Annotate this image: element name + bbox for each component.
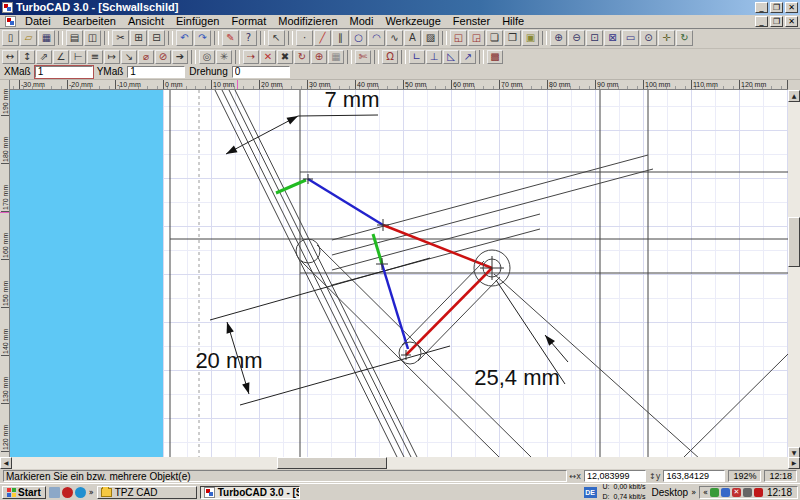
drawing-canvas[interactable]: 7 mm20 mm25,4 mm (10, 90, 788, 459)
redo-button[interactable]: ↷ (194, 30, 211, 46)
dim-horizontal-button[interactable]: ↔ (2, 50, 18, 64)
menu-format[interactable]: Format (225, 14, 272, 28)
bring-front-button[interactable]: ❏ (486, 30, 503, 46)
restore-button[interactable]: ❐ (770, 2, 783, 13)
cut-button[interactable]: ✂ (112, 30, 129, 46)
curve-button[interactable]: ∿ (386, 30, 403, 46)
menu-einfgen[interactable]: Einfügen (170, 14, 225, 28)
menu-datei[interactable]: Datei (19, 14, 57, 28)
tray-display-icon[interactable] (721, 488, 730, 497)
rotate-button[interactable]: ↻ (294, 50, 310, 64)
tray-error-icon[interactable]: ✕ (732, 488, 741, 497)
y-size-input[interactable] (127, 66, 185, 78)
zoom-fullscreen-button[interactable]: ⊠ (604, 30, 621, 46)
close-button[interactable]: ✕ (785, 2, 798, 13)
grid-toggle-button[interactable]: ▦ (328, 50, 344, 64)
minimize-button[interactable]: _ (755, 2, 768, 13)
snap-perpendicular-button[interactable]: ⊥ (426, 50, 442, 64)
context-help-button[interactable]: ? (240, 30, 257, 46)
ungroup-button[interactable]: ◲ (468, 30, 485, 46)
menu-fenster[interactable]: Fenster (447, 14, 496, 28)
horizontal-scrollbar[interactable]: ◀ ▶ (0, 457, 800, 469)
snap-angle-button[interactable]: ◺ (443, 50, 459, 64)
desktop-chevron-icon[interactable]: » (691, 488, 696, 497)
pan-button[interactable]: ✛ (658, 30, 675, 46)
symbol-omega-button[interactable]: Ω (382, 50, 398, 64)
move-button[interactable]: ⇢ (243, 50, 259, 64)
snap-magnetic-button[interactable]: ◎ (199, 50, 215, 64)
zoom-out-button[interactable]: ⊖ (568, 30, 585, 46)
dim-angular-button[interactable]: ∠ (53, 50, 69, 64)
dim-diameter-button[interactable]: ⊘ (155, 50, 171, 64)
scroll-right-icon[interactable]: ▶ (788, 457, 800, 469)
select-button[interactable]: ↖ (268, 30, 285, 46)
trim-button[interactable]: ✄ (355, 50, 371, 64)
hatch-pattern-button[interactable]: ▩ (487, 50, 503, 64)
menu-werkzeuge[interactable]: Werkzeuge (379, 14, 446, 28)
show-desktop-icon[interactable] (49, 487, 60, 498)
arc-button[interactable]: ◠ (368, 30, 385, 46)
child-close-button[interactable]: ✕ (785, 16, 798, 27)
horizontal-ruler[interactable]: -30 mm-20 mm-10 mm0 mm10 mm20 mm30 mm40 … (10, 80, 788, 90)
keyboard-layout-indicator[interactable]: DE (584, 487, 597, 498)
tray-gray-app-icon[interactable] (743, 488, 752, 497)
menu-modifizieren[interactable]: Modifizieren (272, 14, 343, 28)
tray-shield-icon[interactable] (754, 488, 763, 497)
quicklaunch-overflow-icon[interactable]: » (89, 488, 94, 497)
zoom-window-button[interactable]: ⊡ (586, 30, 603, 46)
point-button[interactable]: · (296, 30, 313, 46)
dim-datum-button[interactable]: ⊢ (70, 50, 86, 64)
vertical-scroll-thumb[interactable] (788, 217, 800, 267)
insert-object-button[interactable]: ▣ (522, 30, 539, 46)
zoom-selection-button[interactable]: ⊙ (640, 30, 657, 46)
vertical-scrollbar[interactable]: ▲ ▼ (788, 90, 800, 459)
dim-arrow-button[interactable]: ➔ (172, 50, 188, 64)
child-minimize-button[interactable]: _ (755, 16, 768, 27)
scroll-up-icon[interactable]: ▲ (788, 90, 800, 102)
snap-tangent-button[interactable]: ↗ (460, 50, 476, 64)
red-app-icon[interactable] (62, 487, 73, 498)
snap-grid-button[interactable]: ✳ (216, 50, 232, 64)
send-back-button[interactable]: ❐ (504, 30, 521, 46)
horizontal-scroll-thumb[interactable] (277, 457, 387, 469)
text-button[interactable]: A (404, 30, 421, 46)
copy-button[interactable]: ⊞ (130, 30, 147, 46)
blue-app-icon[interactable] (75, 487, 86, 498)
menu-bearbeiten[interactable]: Bearbeiten (57, 14, 122, 28)
vertical-ruler[interactable]: 190 mm180 mm170 mm160 mm150 mm140 mm130 … (0, 80, 10, 459)
format-painter-button[interactable]: ✎ (222, 30, 239, 46)
desktop-toolbar-label[interactable]: Desktop (651, 487, 688, 498)
print-preview-button[interactable]: ◫ (84, 30, 101, 46)
center-snap-button[interactable]: ⊕ (311, 50, 327, 64)
node-edit-button[interactable]: ✕ (260, 50, 276, 64)
ortho-button[interactable]: ∟ (409, 50, 425, 64)
menu-hilfe[interactable]: Hilfe (496, 14, 530, 28)
dim-continue-button[interactable]: ↦ (104, 50, 120, 64)
open-button[interactable]: ▱ (20, 30, 37, 46)
group-button[interactable]: ◱ (450, 30, 467, 46)
menu-modi[interactable]: Modi (344, 14, 380, 28)
zoom-in-button[interactable]: ⊕ (550, 30, 567, 46)
hatch-button[interactable]: ▨ (422, 30, 439, 46)
tray-collapse-icon[interactable]: « (703, 488, 708, 497)
rotation-input[interactable] (232, 66, 290, 78)
scroll-left-icon[interactable]: ◀ (0, 457, 12, 469)
menu-ansicht[interactable]: Ansicht (122, 14, 170, 28)
delete-button[interactable]: ✖ (277, 50, 293, 64)
dim-leader-button[interactable]: ↘ (121, 50, 137, 64)
tray-green-app-icon[interactable] (710, 488, 719, 497)
start-button[interactable]: Start (2, 486, 46, 499)
redraw-button[interactable]: ↻ (676, 30, 693, 46)
dim-radius-button[interactable]: ⌀ (138, 50, 154, 64)
child-restore-button[interactable]: ❐ (770, 16, 783, 27)
parallel-button[interactable]: ∥ (332, 30, 349, 46)
dim-parallel-button[interactable]: ⇗ (36, 50, 52, 64)
new-button[interactable]: ▯ (2, 30, 19, 46)
zoom-page-button[interactable]: ▭ (622, 30, 639, 46)
task-turbocad-3-0-schw-[interactable]: TurboCAD 3.0 - [Schw... (200, 486, 300, 499)
dim-vertical-button[interactable]: ↕ (19, 50, 35, 64)
dim-baseline-button[interactable]: ≡ (87, 50, 103, 64)
line-button[interactable]: ╱ (314, 30, 331, 46)
cad-drawing[interactable]: 7 mm20 mm25,4 mm (10, 90, 788, 459)
x-size-input[interactable] (35, 66, 93, 78)
